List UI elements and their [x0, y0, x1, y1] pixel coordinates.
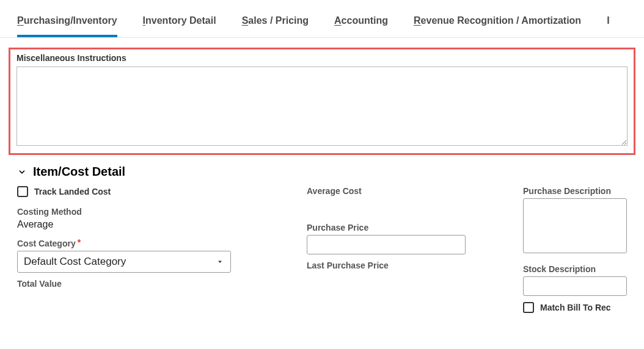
misc-instructions-textarea[interactable] [16, 67, 628, 146]
match-bill-row: Match Bill To Rec [523, 302, 627, 313]
content-area: Item/Cost Detail Track Landed Cost Costi… [0, 161, 644, 323]
tab-sales-pricing[interactable]: Sales / Pricing [242, 14, 309, 37]
last-purchase-price-label: Last Purchase Price [307, 261, 456, 270]
match-bill-label: Match Bill To Rec [540, 303, 611, 312]
svg-marker-0 [218, 261, 222, 264]
tab-inventory-detail[interactable]: Inventory Detail [143, 14, 216, 37]
tab-revenue-recognition[interactable]: Revenue Recognition / Amortization [414, 14, 581, 37]
column-middle: Average Cost Purchase Price Last Purchas… [273, 186, 456, 273]
cost-category-selected: Default Cost Category [24, 256, 126, 268]
section-title: Item/Cost Detail [33, 165, 125, 179]
track-landed-cost-row: Track Landed Cost [17, 186, 248, 197]
column-left: Track Landed Cost Costing Method Average… [17, 186, 248, 291]
track-landed-cost-checkbox[interactable] [17, 186, 28, 197]
caret-down-icon [216, 257, 224, 266]
tab-accounting[interactable]: Accounting [334, 14, 388, 37]
chevron-down-icon [17, 167, 27, 177]
tab-truncated[interactable]: I [607, 14, 610, 37]
cost-category-select[interactable]: Default Cost Category [17, 251, 231, 273]
stock-description-input[interactable] [523, 276, 627, 296]
tab-purchasing-inventory[interactable]: Purchasing/Inventory [17, 14, 117, 37]
cost-category-label: Cost Category [17, 239, 248, 248]
tab-bar: Purchasing/Inventory Inventory Detail Sa… [0, 0, 644, 38]
match-bill-checkbox[interactable] [523, 302, 534, 313]
section-header[interactable]: Item/Cost Detail [17, 165, 627, 179]
misc-instructions-label: Miscellaneous Instructions [16, 53, 628, 63]
purchase-description-label: Purchase Description [523, 186, 627, 196]
costing-method-value: Average [17, 219, 248, 230]
purchase-price-label: Purchase Price [307, 223, 456, 232]
purchase-description-textarea[interactable] [523, 198, 627, 253]
stock-description-label: Stock Description [523, 264, 627, 274]
purchase-price-input[interactable] [307, 235, 466, 254]
highlighted-field-group: Miscellaneous Instructions [9, 48, 635, 155]
track-landed-cost-label: Track Landed Cost [34, 187, 111, 196]
costing-method-label: Costing Method [17, 207, 248, 217]
average-cost-label: Average Cost [307, 186, 456, 196]
total-value-label: Total Value [17, 279, 248, 289]
column-right: Purchase Description Stock Description M… [480, 186, 627, 323]
